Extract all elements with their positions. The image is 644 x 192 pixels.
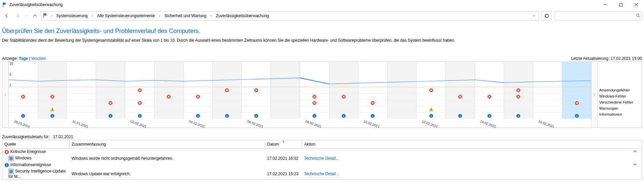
event-cell[interactable] [38, 87, 67, 93]
event-cell[interactable] [184, 113, 213, 119]
chevron-right-icon[interactable] [157, 12, 162, 20]
event-cell[interactable] [475, 93, 504, 100]
event-cell[interactable] [38, 100, 67, 106]
technical-details-link[interactable]: Technische Detail... [304, 171, 339, 176]
event-cell[interactable] [533, 87, 563, 93]
event-cell[interactable] [446, 100, 475, 106]
event-cell[interactable] [125, 100, 154, 106]
event-cell[interactable] [358, 106, 388, 112]
event-cell[interactable] [329, 106, 359, 112]
event-cell[interactable] [125, 93, 154, 100]
event-cell[interactable] [358, 93, 388, 100]
breadcrumb[interactable]: Systemsteuerung Alle Systemsteuerungsele… [41, 11, 539, 21]
table-row[interactable]: Security Intelligence-Update für M...Win… [2, 168, 642, 180]
event-cell[interactable] [358, 113, 388, 119]
table-row[interactable]: WindowsWindows wurde nicht ordnungsgemäß… [2, 155, 642, 162]
event-cell[interactable] [271, 113, 300, 119]
event-cell[interactable] [475, 113, 504, 119]
col-summary[interactable]: Zusammenfassung [70, 140, 265, 149]
collapse-chevron-icon[interactable] [633, 149, 640, 154]
refresh-button[interactable] [542, 11, 552, 21]
event-cell[interactable] [67, 87, 96, 93]
event-cell[interactable] [125, 113, 154, 119]
breadcrumb-dropdown[interactable] [531, 12, 537, 20]
event-cell[interactable] [184, 93, 213, 100]
event-cell[interactable] [388, 113, 417, 119]
event-cell[interactable] [388, 100, 417, 106]
forward-button[interactable] [13, 11, 22, 21]
search-input[interactable] [556, 13, 636, 18]
event-cell[interactable] [358, 87, 388, 93]
minimize-button[interactable] [598, 0, 613, 9]
event-cell[interactable] [242, 87, 271, 93]
event-cell[interactable] [300, 93, 329, 100]
search-box[interactable] [554, 11, 642, 21]
event-cell[interactable] [271, 100, 300, 106]
event-cell[interactable] [446, 93, 475, 100]
event-cell[interactable] [9, 106, 38, 112]
chevron-right-icon[interactable] [49, 12, 54, 20]
event-cell[interactable] [504, 93, 533, 100]
event-cell[interactable] [446, 87, 475, 93]
event-cell[interactable] [417, 100, 446, 106]
event-cell[interactable] [417, 113, 446, 119]
event-cell[interactable] [533, 93, 563, 100]
event-cell[interactable] [96, 87, 126, 93]
event-cell[interactable] [9, 113, 38, 119]
event-cell[interactable] [38, 93, 67, 100]
event-cell[interactable] [329, 113, 359, 119]
event-cell[interactable] [213, 106, 242, 112]
event-cell[interactable] [417, 87, 446, 93]
event-cell[interactable] [504, 100, 533, 106]
event-cell[interactable] [562, 113, 591, 119]
event-cell[interactable] [242, 93, 271, 100]
event-cell[interactable] [184, 100, 213, 106]
event-cell[interactable] [562, 100, 591, 106]
technical-details-link[interactable]: Technische Detail... [304, 156, 339, 161]
col-source[interactable]: Quelle [2, 140, 70, 149]
details-group-header[interactable]: Informationsereignisse [2, 162, 642, 168]
breadcrumb-item[interactable]: Sicherheit und Wartung [162, 12, 208, 20]
view-days-link[interactable]: Tage [19, 56, 28, 61]
event-cell[interactable] [213, 87, 242, 93]
event-cell[interactable] [184, 87, 213, 93]
event-cell[interactable] [329, 100, 359, 106]
maximize-button[interactable] [613, 0, 629, 9]
event-cell[interactable] [417, 106, 446, 112]
event-cell[interactable] [446, 106, 475, 112]
event-cell[interactable] [213, 113, 242, 119]
recent-dropdown[interactable] [24, 11, 29, 21]
details-group-header[interactable]: Kritische Ereignisse [2, 149, 642, 155]
close-button[interactable] [629, 0, 644, 9]
event-cell[interactable] [67, 106, 96, 112]
event-cell[interactable] [154, 100, 184, 106]
chevron-right-icon[interactable] [208, 12, 214, 20]
event-cell[interactable] [9, 87, 38, 93]
event-cell[interactable] [154, 106, 184, 112]
event-cell[interactable] [417, 93, 446, 100]
collapse-chevron-icon[interactable] [633, 162, 640, 167]
event-cell[interactable] [154, 113, 184, 119]
event-cell[interactable] [96, 93, 126, 100]
breadcrumb-item[interactable]: Alle Systemsteuerungselemente [95, 12, 157, 20]
event-cell[interactable] [9, 100, 38, 106]
event-cell[interactable] [388, 87, 417, 93]
event-cell[interactable] [96, 100, 126, 106]
event-cell[interactable] [300, 106, 329, 112]
breadcrumb-item[interactable]: Systemsteuerung [54, 12, 90, 20]
event-cell[interactable] [213, 100, 242, 106]
event-cell[interactable] [38, 106, 67, 112]
event-cell[interactable] [242, 106, 271, 112]
event-cell[interactable] [213, 93, 242, 100]
scroll-right-button[interactable] [591, 62, 598, 128]
event-cell[interactable] [504, 106, 533, 112]
event-cell[interactable] [125, 106, 154, 112]
event-cell[interactable] [300, 113, 329, 119]
event-cell[interactable] [300, 87, 329, 93]
event-cell[interactable] [9, 93, 38, 100]
up-button[interactable] [30, 11, 40, 21]
event-cell[interactable] [388, 106, 417, 112]
event-cell[interactable] [271, 93, 300, 100]
event-cell[interactable] [446, 113, 475, 119]
event-cell[interactable] [388, 93, 417, 100]
